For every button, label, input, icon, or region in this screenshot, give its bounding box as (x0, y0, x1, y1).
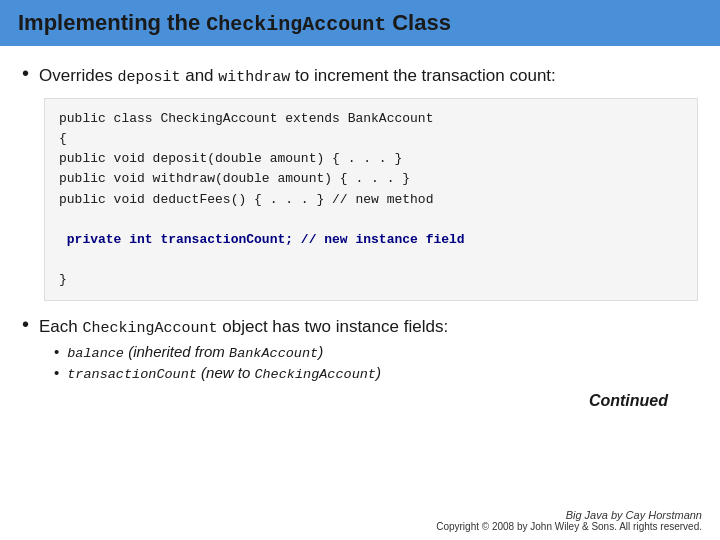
code-line-5: public void deductFees() { . . . } // ne… (59, 192, 433, 207)
bullet1-dot: • (22, 62, 29, 85)
sub-bullet-2-code: transactionCount (67, 367, 197, 382)
bullet2-text: Each CheckingAccount object has two inst… (39, 315, 448, 339)
sub-bullet-1-dot: • (54, 343, 59, 360)
continued-text: Continued (589, 392, 668, 409)
header-suffix: Class (392, 10, 451, 36)
bullet2-line: • Each CheckingAccount object has two in… (22, 315, 698, 339)
code-line-blank1 (59, 212, 67, 227)
footer-copyright: Copyright © 2008 by John Wiley & Sons. A… (436, 521, 702, 532)
code-line-4: public void withdraw(double amount) { . … (59, 171, 410, 186)
sub-bullet-1-code2: BankAccount (229, 346, 318, 361)
bullet1-code2: withdraw (218, 69, 290, 86)
sub-bullet-2-dot: • (54, 364, 59, 381)
code-line-1: public class CheckingAccount extends Ban… (59, 111, 433, 126)
code-block: public class CheckingAccount extends Ban… (44, 98, 698, 301)
code-line-close: } (59, 272, 67, 287)
slide-header: Implementing the CheckingAccount Class (0, 0, 720, 46)
bullet2-code: CheckingAccount (83, 320, 218, 337)
code-line-highlight: private int transactionCount; // new ins… (59, 232, 465, 247)
sub-bullets: • balance (inherited from BankAccount) •… (54, 343, 698, 382)
bullet2-dot: • (22, 313, 29, 336)
bullet1-text: Overrides deposit and withdraw to increm… (39, 64, 556, 88)
header-code: CheckingAccount (206, 13, 386, 36)
continued-section: Continued (22, 392, 698, 410)
header-prefix: Implementing the (18, 10, 200, 36)
code-line-3: public void deposit(double amount) { . .… (59, 151, 402, 166)
slide-content: • Overrides deposit and withdraw to incr… (0, 46, 720, 420)
footer-title: Big Java by Cay Horstmann (436, 509, 702, 521)
bullet2-section: • Each CheckingAccount object has two in… (22, 315, 698, 382)
sub-bullet-2-text: transactionCount (new to CheckingAccount… (67, 364, 381, 382)
footer: Big Java by Cay Horstmann Copyright © 20… (436, 509, 702, 532)
bullet1-line: • Overrides deposit and withdraw to incr… (22, 64, 698, 88)
sub-bullet-2: • transactionCount (new to CheckingAccou… (54, 364, 698, 382)
bullet1-section: • Overrides deposit and withdraw to incr… (22, 64, 698, 301)
sub-bullet-1: • balance (inherited from BankAccount) (54, 343, 698, 361)
bullet1-code1: deposit (117, 69, 180, 86)
slide: Implementing the CheckingAccount Class •… (0, 0, 720, 540)
code-line-2: { (59, 131, 67, 146)
sub-bullet-2-code2: CheckingAccount (254, 367, 376, 382)
code-line-blank2 (59, 252, 67, 267)
sub-bullet-1-code: balance (67, 346, 124, 361)
sub-bullet-1-text: balance (inherited from BankAccount) (67, 343, 323, 361)
